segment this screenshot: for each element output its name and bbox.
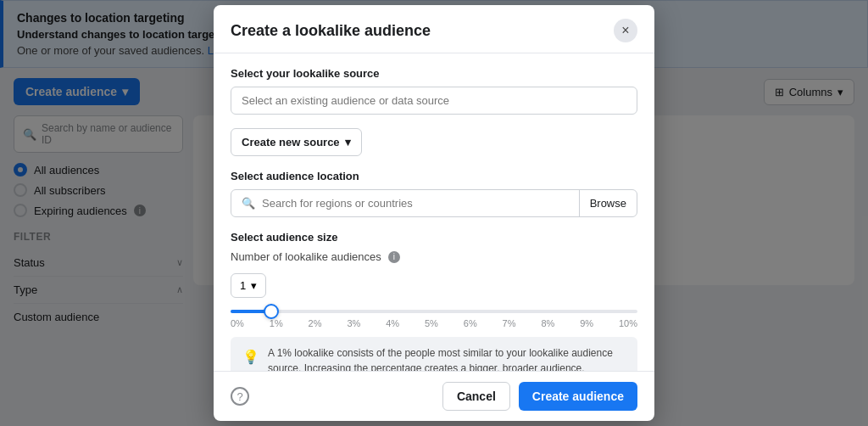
count-select[interactable]: 1 ▾ bbox=[231, 273, 266, 298]
audience-size-section: Select audience size Number of lookalike… bbox=[231, 231, 637, 371]
modal-body: Select your lookalike source Create new … bbox=[214, 53, 654, 371]
modal-overlay: Create a lookalike audience × Select you… bbox=[0, 0, 868, 426]
slider-thumb[interactable] bbox=[264, 304, 279, 319]
create-new-source-button[interactable]: Create new source ▾ bbox=[231, 128, 362, 156]
hint-box: 💡 A 1% lookalike consists of the people … bbox=[231, 337, 637, 371]
modal-title: Create a lookalike audience bbox=[231, 22, 431, 40]
footer-actions: Cancel Create audience bbox=[442, 382, 637, 411]
browse-button[interactable]: Browse bbox=[579, 190, 637, 216]
location-section: Select audience location 🔍 Browse bbox=[231, 170, 637, 217]
create-audience-button[interactable]: Create audience bbox=[519, 382, 637, 411]
chevron-down-icon: ▾ bbox=[345, 136, 351, 149]
modal-close-button[interactable]: × bbox=[614, 19, 637, 42]
modal-header: Create a lookalike audience × bbox=[214, 5, 654, 53]
location-search-input[interactable] bbox=[262, 197, 569, 210]
lookalike-count-label: Number of lookalike audiences bbox=[231, 250, 381, 263]
source-input-row bbox=[231, 87, 637, 115]
source-input[interactable] bbox=[231, 87, 637, 115]
slider-track bbox=[231, 310, 637, 313]
info-icon: i bbox=[388, 251, 400, 263]
modal-footer: ? Cancel Create audience bbox=[214, 371, 654, 421]
location-input-wrap: 🔍 Browse bbox=[231, 189, 637, 217]
location-input-inner: 🔍 bbox=[231, 190, 579, 216]
chevron-down-icon: ▾ bbox=[251, 279, 257, 292]
modal-dialog: Create a lookalike audience × Select you… bbox=[214, 5, 654, 421]
audience-size-slider[interactable] bbox=[231, 310, 637, 313]
slider-labels: 0% 1% 2% 3% 4% 5% 6% 7% 8% 9% 10% bbox=[231, 318, 637, 328]
size-section-label: Select audience size bbox=[231, 231, 637, 244]
lookalike-count-row: Number of lookalike audiences i bbox=[231, 250, 637, 263]
source-section-label: Select your lookalike source bbox=[231, 67, 637, 80]
cancel-button[interactable]: Cancel bbox=[442, 382, 510, 411]
search-icon: 🔍 bbox=[242, 197, 255, 210]
location-section-label: Select audience location bbox=[231, 170, 637, 182]
help-icon[interactable]: ? bbox=[231, 387, 249, 406]
bulb-icon: 💡 bbox=[242, 347, 259, 367]
